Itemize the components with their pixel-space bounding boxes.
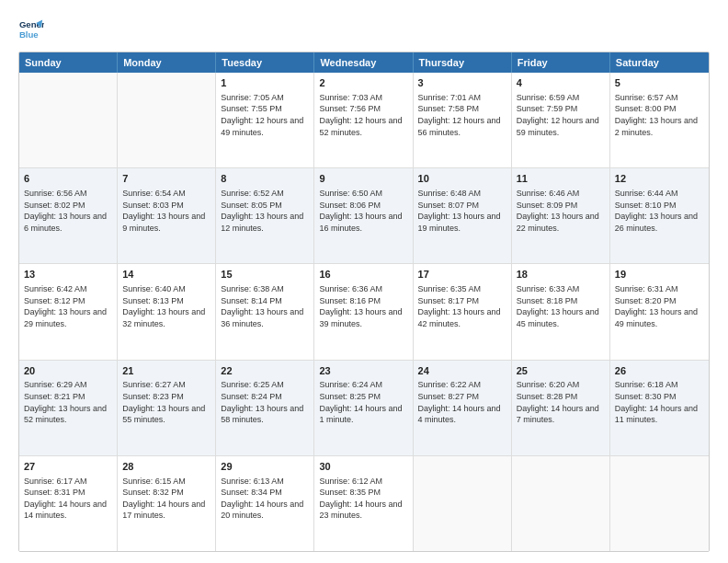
header-day-friday: Friday	[512, 52, 610, 73]
day-info: Sunrise: 6:17 AM Sunset: 8:31 PM Dayligh…	[24, 476, 112, 522]
calendar: SundayMondayTuesdayWednesdayThursdayFrid…	[18, 52, 710, 552]
header-day-monday: Monday	[118, 52, 216, 73]
day-info: Sunrise: 6:31 AM Sunset: 8:20 PM Dayligh…	[615, 283, 704, 329]
day-info: Sunrise: 6:42 AM Sunset: 8:12 PM Dayligh…	[24, 283, 112, 329]
day-number: 4	[517, 76, 605, 90]
day-number: 11	[517, 172, 605, 186]
calendar-cell: 26Sunrise: 6:18 AM Sunset: 8:30 PM Dayli…	[610, 361, 709, 455]
calendar-cell: 16Sunrise: 6:36 AM Sunset: 8:16 PM Dayli…	[314, 264, 413, 359]
day-info: Sunrise: 6:52 AM Sunset: 8:05 PM Dayligh…	[221, 188, 309, 234]
day-number: 1	[221, 76, 309, 90]
day-info: Sunrise: 6:12 AM Sunset: 8:35 PM Dayligh…	[319, 476, 407, 522]
header-day-sunday: Sunday	[19, 52, 118, 73]
calendar-cell: 9Sunrise: 6:50 AM Sunset: 8:06 PM Daylig…	[314, 168, 413, 263]
day-number: 24	[418, 364, 506, 378]
day-info: Sunrise: 6:50 AM Sunset: 8:06 PM Dayligh…	[319, 188, 407, 234]
day-info: Sunrise: 6:44 AM Sunset: 8:10 PM Dayligh…	[615, 188, 704, 234]
day-info: Sunrise: 6:38 AM Sunset: 8:14 PM Dayligh…	[221, 283, 309, 329]
calendar-row: 27Sunrise: 6:17 AM Sunset: 8:31 PM Dayli…	[19, 455, 709, 551]
day-info: Sunrise: 6:27 AM Sunset: 8:23 PM Dayligh…	[122, 379, 210, 425]
day-info: Sunrise: 6:33 AM Sunset: 8:18 PM Dayligh…	[517, 283, 605, 329]
calendar-cell: 30Sunrise: 6:12 AM Sunset: 8:35 PM Dayli…	[314, 456, 413, 551]
day-number: 23	[319, 364, 407, 378]
day-info: Sunrise: 6:46 AM Sunset: 8:09 PM Dayligh…	[517, 188, 605, 234]
calendar-cell: 28Sunrise: 6:15 AM Sunset: 8:32 PM Dayli…	[118, 456, 216, 551]
day-number: 28	[122, 460, 210, 474]
day-number: 14	[122, 268, 210, 282]
calendar-cell: 25Sunrise: 6:20 AM Sunset: 8:28 PM Dayli…	[512, 361, 610, 455]
day-info: Sunrise: 6:48 AM Sunset: 8:07 PM Dayligh…	[418, 188, 506, 234]
calendar-cell	[19, 73, 118, 167]
day-number: 18	[517, 268, 605, 282]
day-info: Sunrise: 7:05 AM Sunset: 7:55 PM Dayligh…	[221, 92, 309, 138]
day-info: Sunrise: 6:59 AM Sunset: 7:59 PM Dayligh…	[517, 92, 605, 138]
day-number: 8	[221, 172, 309, 186]
day-info: Sunrise: 6:24 AM Sunset: 8:25 PM Dayligh…	[319, 379, 407, 425]
day-number: 21	[122, 364, 210, 378]
day-info: Sunrise: 7:03 AM Sunset: 7:56 PM Dayligh…	[319, 92, 407, 138]
day-info: Sunrise: 6:20 AM Sunset: 8:28 PM Dayligh…	[517, 379, 605, 425]
calendar-cell: 5Sunrise: 6:57 AM Sunset: 8:00 PM Daylig…	[610, 73, 709, 167]
day-info: Sunrise: 6:54 AM Sunset: 8:03 PM Dayligh…	[122, 188, 210, 234]
day-info: Sunrise: 6:29 AM Sunset: 8:21 PM Dayligh…	[24, 379, 112, 425]
day-number: 15	[221, 268, 309, 282]
day-number: 6	[24, 172, 112, 186]
day-info: Sunrise: 6:15 AM Sunset: 8:32 PM Dayligh…	[122, 476, 210, 522]
day-info: Sunrise: 6:57 AM Sunset: 8:00 PM Dayligh…	[615, 92, 704, 138]
svg-text:Blue: Blue	[19, 29, 39, 40]
day-number: 22	[221, 364, 309, 378]
header-day-tuesday: Tuesday	[216, 52, 314, 73]
calendar-body: 1Sunrise: 7:05 AM Sunset: 7:55 PM Daylig…	[19, 73, 709, 551]
day-number: 12	[615, 172, 704, 186]
day-info: Sunrise: 6:13 AM Sunset: 8:34 PM Dayligh…	[221, 476, 309, 522]
calendar-row: 13Sunrise: 6:42 AM Sunset: 8:12 PM Dayli…	[19, 263, 709, 359]
day-info: Sunrise: 6:25 AM Sunset: 8:24 PM Dayligh…	[221, 379, 309, 425]
calendar-cell: 3Sunrise: 7:01 AM Sunset: 7:58 PM Daylig…	[414, 73, 512, 167]
day-number: 13	[24, 268, 112, 282]
calendar-cell: 1Sunrise: 7:05 AM Sunset: 7:55 PM Daylig…	[216, 73, 314, 167]
calendar-row: 6Sunrise: 6:56 AM Sunset: 8:02 PM Daylig…	[19, 167, 709, 263]
calendar-cell: 4Sunrise: 6:59 AM Sunset: 7:59 PM Daylig…	[512, 73, 610, 167]
calendar-cell: 15Sunrise: 6:38 AM Sunset: 8:14 PM Dayli…	[216, 264, 314, 359]
day-number: 16	[319, 268, 407, 282]
day-info: Sunrise: 6:40 AM Sunset: 8:13 PM Dayligh…	[122, 283, 210, 329]
calendar-cell: 17Sunrise: 6:35 AM Sunset: 8:17 PM Dayli…	[414, 264, 512, 359]
calendar-cell	[512, 456, 610, 551]
calendar-cell: 12Sunrise: 6:44 AM Sunset: 8:10 PM Dayli…	[610, 168, 709, 263]
day-info: Sunrise: 6:22 AM Sunset: 8:27 PM Dayligh…	[418, 379, 506, 425]
day-number: 17	[418, 268, 506, 282]
day-number: 27	[24, 460, 112, 474]
day-number: 5	[615, 76, 704, 90]
day-number: 25	[517, 364, 605, 378]
calendar-cell: 22Sunrise: 6:25 AM Sunset: 8:24 PM Dayli…	[216, 361, 314, 455]
day-number: 7	[122, 172, 210, 186]
calendar-cell: 2Sunrise: 7:03 AM Sunset: 7:56 PM Daylig…	[314, 73, 413, 167]
calendar-cell: 7Sunrise: 6:54 AM Sunset: 8:03 PM Daylig…	[118, 168, 216, 263]
day-number: 20	[24, 364, 112, 378]
calendar-cell: 23Sunrise: 6:24 AM Sunset: 8:25 PM Dayli…	[314, 361, 413, 455]
calendar-cell: 18Sunrise: 6:33 AM Sunset: 8:18 PM Dayli…	[512, 264, 610, 359]
day-number: 30	[319, 460, 407, 474]
day-number: 2	[319, 76, 407, 90]
calendar-cell	[118, 73, 216, 167]
calendar-cell	[414, 456, 512, 551]
calendar-cell: 19Sunrise: 6:31 AM Sunset: 8:20 PM Dayli…	[610, 264, 709, 359]
day-number: 19	[615, 268, 704, 282]
calendar-cell: 11Sunrise: 6:46 AM Sunset: 8:09 PM Dayli…	[512, 168, 610, 263]
calendar-row: 1Sunrise: 7:05 AM Sunset: 7:55 PM Daylig…	[19, 73, 709, 167]
calendar-cell: 8Sunrise: 6:52 AM Sunset: 8:05 PM Daylig…	[216, 168, 314, 263]
calendar-cell: 6Sunrise: 6:56 AM Sunset: 8:02 PM Daylig…	[19, 168, 118, 263]
header-day-thursday: Thursday	[414, 52, 512, 73]
calendar-cell: 13Sunrise: 6:42 AM Sunset: 8:12 PM Dayli…	[19, 264, 118, 359]
calendar-cell: 24Sunrise: 6:22 AM Sunset: 8:27 PM Dayli…	[414, 361, 512, 455]
calendar-cell: 10Sunrise: 6:48 AM Sunset: 8:07 PM Dayli…	[414, 168, 512, 263]
day-info: Sunrise: 6:35 AM Sunset: 8:17 PM Dayligh…	[418, 283, 506, 329]
day-info: Sunrise: 6:18 AM Sunset: 8:30 PM Dayligh…	[615, 379, 704, 425]
calendar-cell: 14Sunrise: 6:40 AM Sunset: 8:13 PM Dayli…	[118, 264, 216, 359]
calendar-row: 20Sunrise: 6:29 AM Sunset: 8:21 PM Dayli…	[19, 360, 709, 455]
day-number: 9	[319, 172, 407, 186]
logo: General Blue	[18, 17, 44, 42]
header-day-wednesday: Wednesday	[314, 52, 413, 73]
calendar-header: SundayMondayTuesdayWednesdayThursdayFrid…	[19, 52, 709, 73]
calendar-cell: 29Sunrise: 6:13 AM Sunset: 8:34 PM Dayli…	[216, 456, 314, 551]
